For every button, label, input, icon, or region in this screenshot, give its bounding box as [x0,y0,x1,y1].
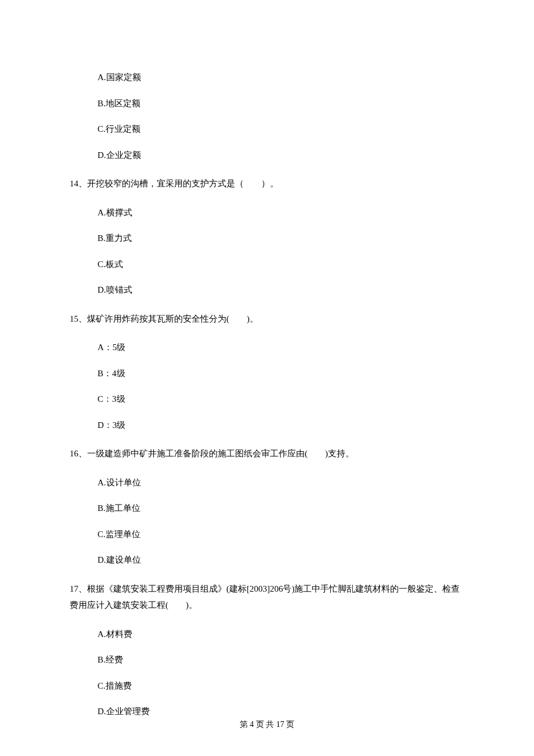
q15-option-a: A：5级 [98,341,464,354]
q14-option-d: D.喷锚式 [98,283,464,297]
q16-option-c: C.监理单位 [98,528,464,541]
q17-option-b: B.经费 [98,653,464,667]
q15-option-b: B：4级 [98,367,464,380]
q13-option-b: B.地区定额 [98,97,464,110]
q14-option-a: A.横撑式 [98,206,464,219]
q16-option-a: A.设计单位 [98,476,464,489]
q13-option-d: D.企业定额 [98,149,464,162]
q14-option-c: C.板式 [98,258,464,271]
page: A.国家定额 B.地区定额 C.行业定额 D.企业定额 14、开挖较窄的沟槽，宜… [0,0,534,756]
q16-option-b: B.施工单位 [98,502,464,515]
q14-option-b: B.重力式 [98,232,464,245]
q15-text: 15、煤矿许用炸药按其瓦斯的安全性分为( )。 [70,311,464,327]
q13-option-a: A.国家定额 [98,71,464,84]
q14-text: 14、开挖较窄的沟槽，宜采用的支护方式是（ ）。 [70,175,464,192]
q16-text: 16、一级建造师中矿井施工准备阶段的施工图纸会审工作应由( )支持。 [70,445,464,462]
q17-option-a: A.材料费 [98,628,464,641]
q17-option-d: D.企业管理费 [98,705,464,718]
q15-option-d: D：3级 [98,419,464,432]
q16-option-d: D.建设单位 [98,553,464,567]
page-footer: 第 4 页 共 17 页 [0,718,534,730]
q13-option-c: C.行业定额 [98,123,464,136]
q17-option-c: C.措施费 [98,679,464,693]
q17-text: 17、根据《建筑安装工程费用项目组成》(建标[2003]206号)施工中手忙脚乱… [70,581,464,614]
q15-option-c: C：3级 [98,393,464,406]
